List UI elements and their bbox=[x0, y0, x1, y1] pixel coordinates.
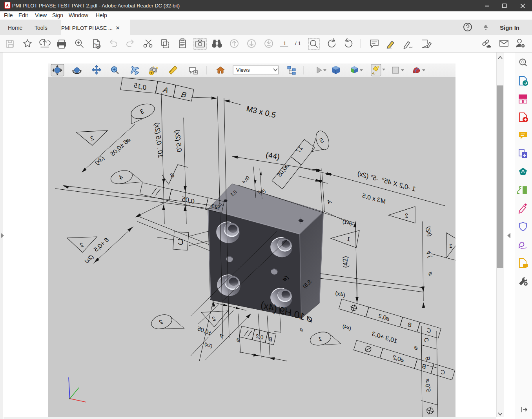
svg-text:2: 2 bbox=[211, 315, 217, 322]
svg-text:(x4): (x4) bbox=[342, 323, 352, 331]
svg-text:2: 2 bbox=[404, 212, 410, 219]
svg-text:⌀: ⌀ bbox=[299, 326, 304, 333]
svg-text:⌀0,2: ⌀0,2 bbox=[377, 312, 391, 322]
svg-text:B: B bbox=[407, 321, 412, 328]
svg-text:M3 x 0.5: M3 x 0.5 bbox=[246, 104, 277, 120]
svg-text:⌀0,2: ⌀0,2 bbox=[392, 354, 405, 363]
svg-text:⌀6 ±0,05: ⌀6 ±0,05 bbox=[109, 136, 132, 158]
svg-text:A: A bbox=[94, 42, 96, 45]
svg-text:B: B bbox=[424, 356, 431, 361]
svg-text:(3x): (3x) bbox=[93, 154, 106, 166]
svg-text:2: 2 bbox=[448, 242, 454, 249]
svg-text:2: 2 bbox=[158, 318, 164, 325]
svg-text:1: 1 bbox=[318, 335, 322, 343]
svg-text:⌀: ⌀ bbox=[426, 271, 433, 277]
svg-text:M3 x 0.5: M3 x 0.5 bbox=[361, 192, 386, 205]
svg-text:B: B bbox=[180, 90, 187, 99]
svg-text:⌀ 0,5: ⌀ 0,5 bbox=[423, 378, 432, 393]
svg-text:(2x): (2x) bbox=[424, 226, 432, 237]
svg-text:⌀0,05: ⌀0,05 bbox=[276, 162, 290, 178]
svg-text:2: 2 bbox=[79, 241, 84, 248]
svg-text:17: 17 bbox=[294, 145, 304, 154]
svg-text:1: 1 bbox=[283, 40, 286, 46]
svg-text:C: C bbox=[177, 237, 184, 247]
svg-text:1: 1 bbox=[346, 236, 351, 243]
svg-text:(2x): (2x) bbox=[204, 341, 213, 349]
svg-text:⌀: ⌀ bbox=[235, 336, 242, 344]
svg-text:C: C bbox=[426, 326, 432, 334]
svg-text:/ 1: / 1 bbox=[295, 40, 301, 46]
svg-text:(A1): (A1) bbox=[342, 218, 353, 227]
svg-text:4: 4 bbox=[118, 174, 124, 181]
svg-text:6: 6 bbox=[169, 172, 175, 179]
svg-text:A: A bbox=[218, 332, 225, 339]
svg-text:(2x): (2x) bbox=[83, 253, 95, 264]
svg-text:±0,05: ±0,05 bbox=[197, 325, 213, 336]
svg-text:3: 3 bbox=[139, 108, 145, 115]
svg-text:10,3 +0,3: 10,3 +0,3 bbox=[371, 330, 398, 345]
svg-text:(4x): (4x) bbox=[335, 289, 346, 298]
svg-text:Views: Views bbox=[236, 67, 250, 73]
svg-text:0,5 (2x): 0,5 (2x) bbox=[173, 129, 183, 152]
svg-text:(42): (42) bbox=[341, 256, 350, 268]
svg-text:5: 5 bbox=[319, 137, 324, 144]
svg-text:4 (: 4 ( bbox=[425, 250, 433, 259]
svg-text:2: 2 bbox=[90, 134, 95, 141]
svg-text:0,15: 0,15 bbox=[133, 82, 147, 92]
svg-text:A: A bbox=[162, 85, 169, 95]
svg-text:C: C bbox=[440, 368, 446, 376]
svg-text:B: B bbox=[421, 363, 427, 370]
svg-text:C: C bbox=[423, 337, 430, 343]
svg-text:⌀: ⌀ bbox=[413, 344, 419, 351]
svg-text:0,05: 0,05 bbox=[181, 195, 195, 205]
svg-text:(44): (44) bbox=[265, 150, 281, 161]
svg-text:10 . 0,5 (2x): 10 . 0,5 (2x) bbox=[153, 122, 164, 158]
svg-text:A: A bbox=[326, 198, 332, 205]
svg-text:1 -0,2 X 45° ₋5° (2x): 1 -0,2 X 45° ₋5° (2x) bbox=[357, 170, 417, 193]
